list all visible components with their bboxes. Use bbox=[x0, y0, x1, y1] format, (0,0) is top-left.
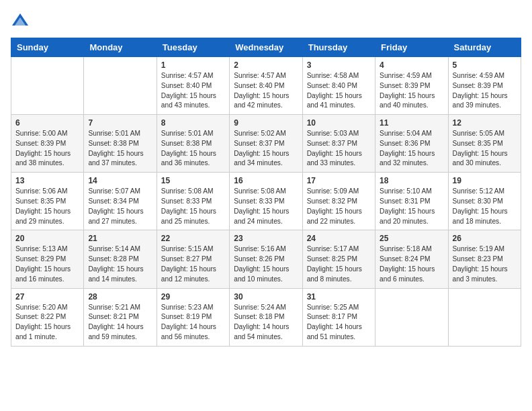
day-of-week-header: Wednesday bbox=[230, 38, 302, 57]
day-number: 6 bbox=[15, 118, 79, 128]
calendar-day-cell: 13Sunrise: 5:06 AM Sunset: 8:35 PM Dayli… bbox=[11, 173, 84, 230]
day-number: 11 bbox=[380, 118, 443, 128]
day-number: 31 bbox=[307, 292, 371, 302]
day-info: Sunrise: 5:10 AM Sunset: 8:31 PM Dayligh… bbox=[380, 187, 443, 226]
day-info: Sunrise: 5:02 AM Sunset: 8:37 PM Dayligh… bbox=[234, 129, 298, 169]
day-info: Sunrise: 5:19 AM Sunset: 8:23 PM Dayligh… bbox=[453, 244, 517, 284]
day-info: Sunrise: 5:14 AM Sunset: 8:28 PM Dayligh… bbox=[88, 244, 152, 284]
day-info: Sunrise: 5:06 AM Sunset: 8:35 PM Dayligh… bbox=[15, 187, 79, 226]
day-number: 8 bbox=[161, 118, 225, 128]
calendar-day-cell: 31Sunrise: 5:25 AM Sunset: 8:17 PM Dayli… bbox=[302, 288, 375, 346]
day-of-week-header: Tuesday bbox=[157, 38, 229, 57]
day-number: 18 bbox=[380, 176, 443, 185]
day-number: 15 bbox=[161, 176, 225, 185]
day-number: 23 bbox=[234, 234, 298, 243]
calendar-day-cell: 8Sunrise: 5:01 AM Sunset: 8:38 PM Daylig… bbox=[157, 115, 229, 173]
calendar-week-row: 1Sunrise: 4:57 AM Sunset: 8:40 PM Daylig… bbox=[11, 57, 521, 115]
day-info: Sunrise: 4:58 AM Sunset: 8:40 PM Dayligh… bbox=[307, 71, 371, 111]
day-number: 25 bbox=[380, 234, 443, 243]
day-number: 28 bbox=[88, 292, 152, 302]
calendar-day-cell: 21Sunrise: 5:14 AM Sunset: 8:28 PM Dayli… bbox=[84, 230, 157, 288]
calendar-day-cell: 10Sunrise: 5:03 AM Sunset: 8:37 PM Dayli… bbox=[302, 115, 375, 173]
calendar-day-cell: 27Sunrise: 5:20 AM Sunset: 8:22 PM Dayli… bbox=[11, 288, 84, 346]
calendar-day-cell: 7Sunrise: 5:01 AM Sunset: 8:38 PM Daylig… bbox=[84, 115, 157, 173]
day-number: 21 bbox=[88, 234, 152, 243]
day-info: Sunrise: 5:18 AM Sunset: 8:24 PM Dayligh… bbox=[380, 244, 443, 284]
calendar-day-cell: 18Sunrise: 5:10 AM Sunset: 8:31 PM Dayli… bbox=[375, 173, 448, 230]
day-number: 27 bbox=[15, 292, 79, 302]
calendar-day-cell: 15Sunrise: 5:08 AM Sunset: 8:33 PM Dayli… bbox=[157, 173, 229, 230]
day-info: Sunrise: 5:17 AM Sunset: 8:25 PM Dayligh… bbox=[307, 244, 371, 284]
calendar-day-cell: 2Sunrise: 4:57 AM Sunset: 8:40 PM Daylig… bbox=[230, 57, 302, 115]
day-info: Sunrise: 5:13 AM Sunset: 8:29 PM Dayligh… bbox=[15, 244, 79, 284]
day-number: 30 bbox=[234, 292, 298, 302]
day-number: 19 bbox=[453, 176, 517, 185]
day-number: 3 bbox=[307, 60, 371, 70]
day-info: Sunrise: 5:05 AM Sunset: 8:35 PM Dayligh… bbox=[453, 129, 517, 169]
calendar-day-cell: 24Sunrise: 5:17 AM Sunset: 8:25 PM Dayli… bbox=[302, 230, 375, 288]
day-info: Sunrise: 4:59 AM Sunset: 8:39 PM Dayligh… bbox=[380, 71, 443, 111]
day-of-week-header: Thursday bbox=[302, 38, 375, 57]
day-info: Sunrise: 5:04 AM Sunset: 8:36 PM Dayligh… bbox=[380, 129, 443, 169]
calendar-day-cell: 1Sunrise: 4:57 AM Sunset: 8:40 PM Daylig… bbox=[157, 57, 229, 115]
day-number: 26 bbox=[453, 234, 517, 243]
day-number: 16 bbox=[234, 176, 298, 185]
calendar-week-row: 13Sunrise: 5:06 AM Sunset: 8:35 PM Dayli… bbox=[11, 173, 521, 230]
calendar-day-cell: 19Sunrise: 5:12 AM Sunset: 8:30 PM Dayli… bbox=[448, 173, 521, 230]
calendar-day-cell: 30Sunrise: 5:24 AM Sunset: 8:18 PM Dayli… bbox=[230, 288, 302, 346]
day-number: 1 bbox=[161, 60, 225, 70]
calendar-table: SundayMondayTuesdayWednesdayThursdayFrid… bbox=[11, 38, 521, 347]
calendar-week-row: 6Sunrise: 5:00 AM Sunset: 8:39 PM Daylig… bbox=[11, 115, 521, 173]
day-info: Sunrise: 4:57 AM Sunset: 8:40 PM Dayligh… bbox=[234, 71, 298, 111]
day-info: Sunrise: 5:00 AM Sunset: 8:39 PM Dayligh… bbox=[15, 129, 79, 169]
calendar-day-cell bbox=[11, 57, 84, 115]
calendar-day-cell: 16Sunrise: 5:08 AM Sunset: 8:33 PM Dayli… bbox=[230, 173, 302, 230]
calendar-day-cell: 3Sunrise: 4:58 AM Sunset: 8:40 PM Daylig… bbox=[302, 57, 375, 115]
calendar-day-cell: 25Sunrise: 5:18 AM Sunset: 8:24 PM Dayli… bbox=[375, 230, 448, 288]
calendar-day-cell bbox=[448, 288, 521, 346]
calendar-day-cell: 6Sunrise: 5:00 AM Sunset: 8:39 PM Daylig… bbox=[11, 115, 84, 173]
day-info: Sunrise: 5:21 AM Sunset: 8:21 PM Dayligh… bbox=[88, 303, 152, 342]
calendar-day-cell: 26Sunrise: 5:19 AM Sunset: 8:23 PM Dayli… bbox=[448, 230, 521, 288]
calendar-week-row: 20Sunrise: 5:13 AM Sunset: 8:29 PM Dayli… bbox=[11, 230, 521, 288]
logo-icon bbox=[11, 11, 30, 30]
day-number: 12 bbox=[453, 118, 517, 128]
calendar-day-cell: 4Sunrise: 4:59 AM Sunset: 8:39 PM Daylig… bbox=[375, 57, 448, 115]
day-number: 13 bbox=[15, 176, 79, 185]
day-number: 17 bbox=[307, 176, 371, 185]
page-header bbox=[11, 11, 521, 30]
day-info: Sunrise: 5:09 AM Sunset: 8:32 PM Dayligh… bbox=[307, 187, 371, 226]
day-of-week-header: Monday bbox=[84, 38, 157, 57]
day-of-week-header: Saturday bbox=[448, 38, 521, 57]
calendar-day-cell: 9Sunrise: 5:02 AM Sunset: 8:37 PM Daylig… bbox=[230, 115, 302, 173]
calendar-header-row: SundayMondayTuesdayWednesdayThursdayFrid… bbox=[11, 38, 521, 57]
day-info: Sunrise: 5:23 AM Sunset: 8:19 PM Dayligh… bbox=[161, 303, 225, 342]
day-number: 10 bbox=[307, 118, 371, 128]
day-info: Sunrise: 5:24 AM Sunset: 8:18 PM Dayligh… bbox=[234, 303, 298, 342]
calendar-day-cell: 22Sunrise: 5:15 AM Sunset: 8:27 PM Dayli… bbox=[157, 230, 229, 288]
calendar-week-row: 27Sunrise: 5:20 AM Sunset: 8:22 PM Dayli… bbox=[11, 288, 521, 346]
day-info: Sunrise: 5:07 AM Sunset: 8:34 PM Dayligh… bbox=[88, 187, 152, 226]
day-info: Sunrise: 5:03 AM Sunset: 8:37 PM Dayligh… bbox=[307, 129, 371, 169]
calendar-day-cell bbox=[84, 57, 157, 115]
day-number: 7 bbox=[88, 118, 152, 128]
day-info: Sunrise: 5:15 AM Sunset: 8:27 PM Dayligh… bbox=[161, 244, 225, 284]
day-info: Sunrise: 5:12 AM Sunset: 8:30 PM Dayligh… bbox=[453, 187, 517, 226]
day-number: 14 bbox=[88, 176, 152, 185]
day-number: 24 bbox=[307, 234, 371, 243]
calendar-day-cell: 29Sunrise: 5:23 AM Sunset: 8:19 PM Dayli… bbox=[157, 288, 229, 346]
day-of-week-header: Sunday bbox=[11, 38, 84, 57]
day-of-week-header: Friday bbox=[375, 38, 448, 57]
day-info: Sunrise: 4:57 AM Sunset: 8:40 PM Dayligh… bbox=[161, 71, 225, 111]
calendar-day-cell: 5Sunrise: 4:59 AM Sunset: 8:39 PM Daylig… bbox=[448, 57, 521, 115]
calendar-day-cell: 28Sunrise: 5:21 AM Sunset: 8:21 PM Dayli… bbox=[84, 288, 157, 346]
day-info: Sunrise: 5:01 AM Sunset: 8:38 PM Dayligh… bbox=[88, 129, 152, 169]
calendar-day-cell: 12Sunrise: 5:05 AM Sunset: 8:35 PM Dayli… bbox=[448, 115, 521, 173]
day-number: 5 bbox=[453, 60, 517, 70]
day-info: Sunrise: 4:59 AM Sunset: 8:39 PM Dayligh… bbox=[453, 71, 517, 111]
day-number: 20 bbox=[15, 234, 79, 243]
calendar-day-cell: 11Sunrise: 5:04 AM Sunset: 8:36 PM Dayli… bbox=[375, 115, 448, 173]
day-info: Sunrise: 5:01 AM Sunset: 8:38 PM Dayligh… bbox=[161, 129, 225, 169]
day-number: 22 bbox=[161, 234, 225, 243]
day-info: Sunrise: 5:16 AM Sunset: 8:26 PM Dayligh… bbox=[234, 244, 298, 284]
